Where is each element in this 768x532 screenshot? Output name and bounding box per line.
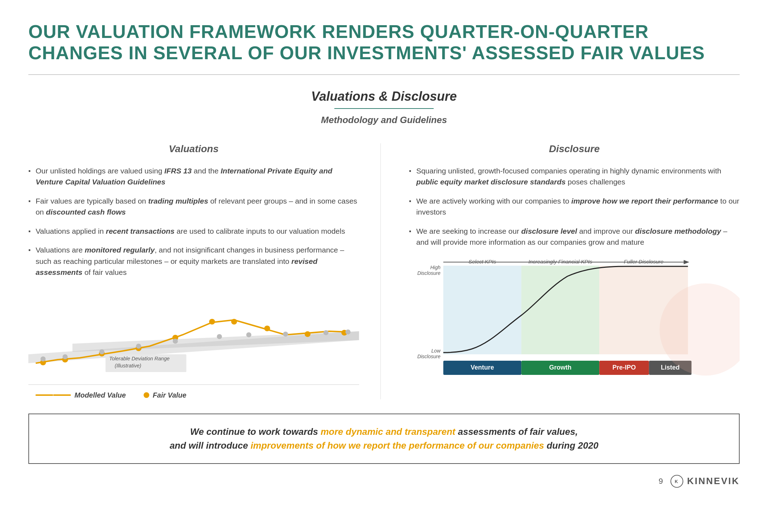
brand-logo: K KINNEVIK [670, 475, 740, 488]
svg-text:Disclosure: Disclosure [417, 354, 440, 359]
valuation-chart: Tolerable Deviation Range (Illustrative) [28, 289, 359, 381]
footer: 9 K KINNEVIK [28, 475, 740, 488]
svg-point-17 [99, 349, 105, 354]
section-title: Valuations & Disclosure [28, 89, 740, 104]
disclosure-heading: Disclosure [409, 143, 740, 155]
svg-point-20 [217, 334, 222, 339]
disclosure-bullet-3: We are seeking to increase our disclosur… [409, 226, 740, 248]
kinnevik-icon: K [670, 475, 684, 488]
svg-text:Fuller Disclosure: Fuller Disclosure [624, 259, 663, 265]
svg-point-22 [283, 332, 288, 337]
svg-text:Increasingly Financial KPIs: Increasingly Financial KPIs [528, 259, 592, 265]
svg-point-21 [246, 332, 251, 337]
valuations-heading: Valuations [28, 143, 359, 155]
svg-text:High: High [430, 265, 440, 270]
svg-text:Disclosure: Disclosure [417, 270, 440, 276]
valuations-bullet-list: Our unlisted holdings are valued using I… [28, 165, 359, 278]
disclosure-chart: Select KPIs Increasingly Financial KPIs … [409, 259, 740, 388]
valuation-chart-svg: Tolerable Deviation Range (Illustrative) [28, 289, 359, 381]
valuation-bullet-2: Fair values are typically based on tradi… [28, 195, 359, 218]
svg-text:Growth: Growth [549, 364, 571, 371]
disclosure-chart-svg: Select KPIs Increasingly Financial KPIs … [409, 259, 740, 386]
svg-point-16 [62, 354, 68, 359]
bottom-box: We continue to work towards more dynamic… [28, 414, 740, 464]
svg-rect-26 [521, 266, 599, 354]
svg-text:Tolerable Deviation Range: Tolerable Deviation Range [109, 356, 169, 361]
svg-point-13 [305, 331, 311, 337]
chart-legend: Modelled Value Fair Value [28, 391, 359, 399]
legend-fair: Fair Value [144, 391, 187, 399]
svg-point-18 [136, 344, 141, 349]
section-title-underline [334, 108, 434, 109]
page-title: OUR VALUATION FRAMEWORK RENDERS QUARTER-… [28, 21, 740, 64]
main-content: Valuations Our unlisted holdings are val… [28, 143, 740, 399]
chart-divider [28, 384, 359, 385]
svg-text:Venture: Venture [471, 364, 494, 371]
page-number: 9 [659, 477, 663, 486]
legend-modelled: Modelled Value [35, 391, 126, 399]
svg-text:(Illustrative): (Illustrative) [115, 363, 141, 368]
title-divider [28, 74, 740, 75]
svg-text:Select KPIs: Select KPIs [468, 259, 496, 265]
disclosure-bullet-list: Squaring unlisted, growth-focused compan… [409, 165, 740, 248]
svg-point-15 [40, 356, 46, 361]
svg-text:Low: Low [431, 348, 441, 354]
svg-point-11 [231, 319, 237, 325]
svg-point-23 [323, 330, 329, 335]
svg-text:Pre-IPO: Pre-IPO [612, 364, 636, 371]
svg-point-24 [345, 329, 351, 334]
methodology-label: Methodology and Guidelines [28, 115, 740, 126]
svg-point-12 [264, 326, 270, 331]
disclosure-column: Disclosure Squaring unlisted, growth-foc… [402, 143, 740, 399]
valuations-column: Valuations Our unlisted holdings are val… [28, 143, 381, 399]
svg-point-10 [209, 319, 215, 325]
disclosure-bullet-2: We are actively working with our compani… [409, 195, 740, 218]
svg-rect-25 [443, 266, 521, 354]
valuation-bullet-3: Valuations applied in recent transaction… [28, 226, 359, 237]
valuation-bullet-4: Valuations are monitored regularly, and … [28, 244, 359, 278]
valuation-bullet-1: Our unlisted holdings are valued using I… [28, 165, 359, 188]
svg-text:K: K [675, 479, 679, 484]
disclosure-bullet-1: Squaring unlisted, growth-focused compan… [409, 165, 740, 188]
svg-point-19 [173, 339, 178, 344]
bottom-box-text: We continue to work towards more dynamic… [50, 425, 718, 453]
